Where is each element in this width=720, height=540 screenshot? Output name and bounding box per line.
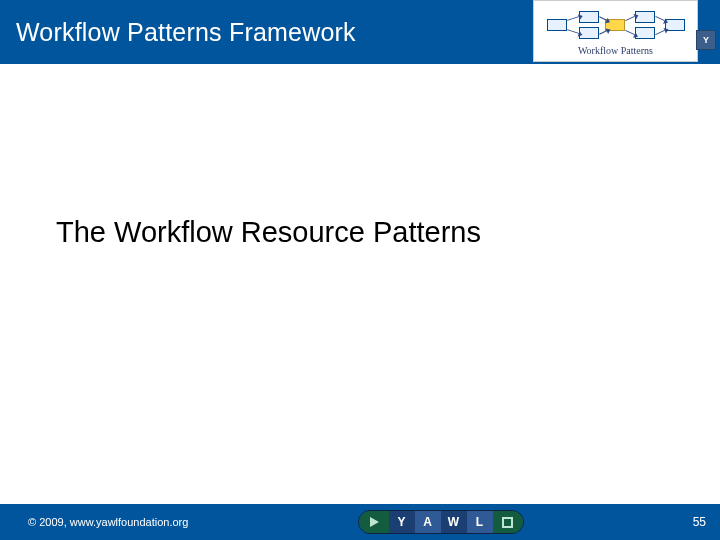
yawl-badge-icon: Y: [696, 30, 716, 50]
footer-bar: © 2009, www.yawlfoundation.org Y A W L 5…: [0, 504, 720, 540]
badge-letter: Y: [703, 35, 709, 45]
copyright-text: © 2009, www.yawlfoundation.org: [28, 516, 188, 528]
logo-caption: Workflow Patterns: [578, 45, 653, 56]
yawl-footer-logo: Y A W L: [358, 510, 524, 534]
svg-marker-0: [370, 517, 379, 527]
yawl-letter-l: L: [467, 510, 493, 534]
stop-icon: [493, 510, 523, 534]
slide-main-title: The Workflow Resource Patterns: [56, 216, 481, 249]
yawl-letter-a: A: [415, 510, 441, 534]
yawl-letter-y: Y: [389, 510, 415, 534]
header-title: Workflow Patterns Framework: [0, 18, 356, 47]
yawl-pill-icon: Y A W L: [358, 510, 524, 534]
play-icon: [359, 510, 389, 534]
slide: Workflow Patterns Framework Workflow Pat…: [0, 0, 720, 540]
page-number: 55: [693, 515, 706, 529]
workflow-patterns-logo: Workflow Patterns: [533, 0, 698, 62]
workflow-diagram-icon: [543, 7, 688, 43]
yawl-letter-w: W: [441, 510, 467, 534]
